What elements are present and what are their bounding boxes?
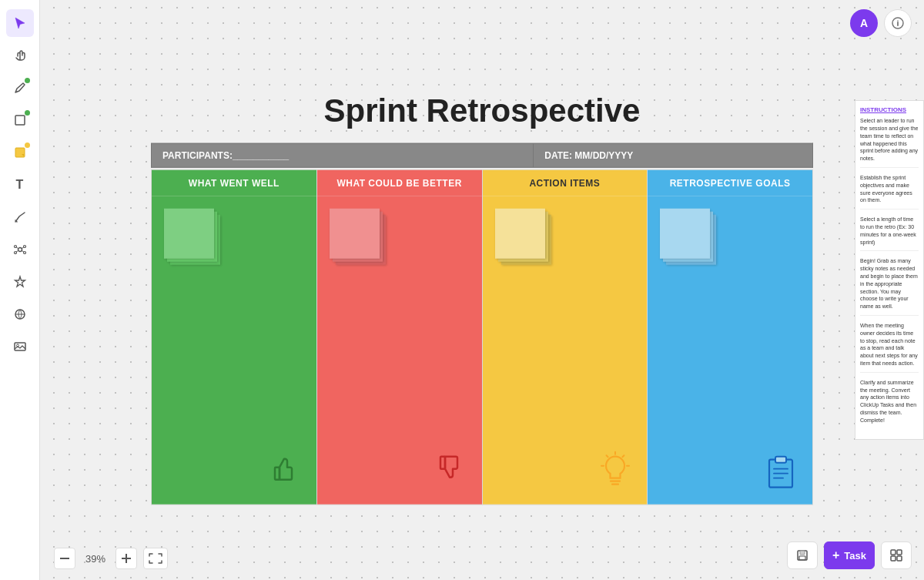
instructions-title: INSTRUCTIONS: [860, 106, 919, 114]
tool-brush[interactable]: [6, 203, 34, 231]
col-header-went-well: WHAT WENT WELL: [152, 169, 316, 196]
columns: WHAT WENT WELL: [151, 169, 813, 505]
svg-line-10: [22, 251, 24, 253]
column-went-well: WHAT WENT WELL: [151, 169, 317, 505]
thumbs-down-icon: [430, 448, 468, 490]
grid-view-button[interactable]: [881, 541, 912, 569]
svg-line-7: [16, 247, 18, 249]
instructions-panel: INSTRUCTIONS Select an leader to run the…: [855, 100, 924, 440]
svg-rect-39: [897, 550, 902, 555]
svg-line-25: [623, 455, 624, 457]
tool-magic[interactable]: [6, 268, 34, 296]
column-retro-goals: RETROSPECTIVE GOALS: [648, 169, 813, 505]
col-body-went-well[interactable]: [152, 196, 316, 504]
col-body-retro-goals[interactable]: [648, 196, 812, 504]
zoom-in-button[interactable]: [116, 548, 137, 569]
top-right-controls: A: [850, 9, 912, 37]
instruction-6: Clarify and summarize the meeting. Conve…: [860, 379, 919, 429]
col-header-could-be-better: WHAT COULD BE BETTER: [317, 169, 482, 196]
col-body-action-items[interactable]: [483, 196, 648, 504]
svg-rect-34: [122, 558, 131, 559]
svg-rect-32: [60, 558, 69, 559]
svg-rect-36: [800, 551, 805, 555]
task-label: Task: [844, 550, 866, 562]
col-header-action-items: ACTION ITEMS: [483, 169, 648, 196]
svg-rect-18: [275, 467, 280, 479]
svg-rect-40: [891, 556, 896, 561]
tool-text[interactable]: T: [6, 171, 34, 199]
save-button[interactable]: [787, 541, 818, 569]
clipboard-icon: [760, 448, 802, 493]
svg-line-26: [607, 455, 608, 457]
svg-point-17: [897, 20, 899, 22]
lightbulb-icon: [594, 448, 636, 493]
tool-shapes[interactable]: [6, 106, 34, 134]
zoom-toolbar: 39%: [54, 548, 168, 569]
tool-pen[interactable]: [6, 74, 34, 102]
svg-rect-19: [440, 456, 445, 468]
task-plus-icon: +: [832, 548, 839, 562]
board: Sprint Retrospective PARTICIPANTS:______…: [151, 92, 813, 505]
col-header-retro-goals: RETROSPECTIVE GOALS: [648, 169, 812, 196]
tool-hand[interactable]: [6, 42, 34, 69]
bottom-right-actions: + Task: [787, 541, 912, 569]
svg-rect-28: [775, 456, 786, 462]
tool-mindmap[interactable]: [6, 236, 34, 263]
column-could-be-better: WHAT COULD BE BETTER: [317, 169, 483, 505]
svg-line-8: [22, 247, 24, 249]
left-toolbar: T: [0, 0, 40, 580]
instruction-5: When the meeting owner decides its time …: [860, 322, 919, 373]
thumbs-up-icon: [264, 448, 303, 490]
column-action-items: ACTION ITEMS: [483, 169, 648, 505]
canvas-area[interactable]: Sprint Retrospective PARTICIPANTS:______…: [40, 0, 924, 580]
svg-rect-0: [15, 116, 25, 125]
svg-rect-38: [891, 550, 896, 555]
svg-rect-41: [897, 556, 902, 561]
tool-sticky[interactable]: [6, 139, 34, 166]
add-task-button[interactable]: + Task: [824, 541, 875, 569]
svg-point-2: [18, 248, 22, 252]
participants-field[interactable]: PARTICIPANTS:___________: [151, 142, 534, 167]
tool-cursor[interactable]: [6, 9, 34, 37]
meta-row: PARTICIPANTS:___________ DATE: MM/DD/YYY…: [151, 142, 813, 167]
svg-line-9: [16, 251, 18, 253]
svg-rect-13: [15, 343, 25, 350]
tool-image[interactable]: [6, 333, 34, 360]
instruction-4: Begin! Grab as many sticky notes as need…: [860, 257, 919, 316]
board-title: Sprint Retrospective: [151, 92, 813, 129]
instruction-1: Select an leader to run the session and …: [860, 117, 919, 168]
tool-globe[interactable]: [6, 300, 34, 328]
fit-view-button[interactable]: [143, 548, 168, 569]
avatar[interactable]: A: [850, 9, 878, 37]
instruction-3: Select a length of time to run the retro…: [860, 216, 919, 251]
zoom-out-button[interactable]: [54, 548, 75, 569]
info-button[interactable]: [884, 9, 912, 37]
instruction-2: Establish the sprint objectives and make…: [860, 174, 919, 210]
col-body-could-be-better[interactable]: [317, 196, 482, 504]
date-field[interactable]: DATE: MM/DD/YYYY: [534, 142, 813, 167]
zoom-level: 39%: [82, 553, 109, 565]
